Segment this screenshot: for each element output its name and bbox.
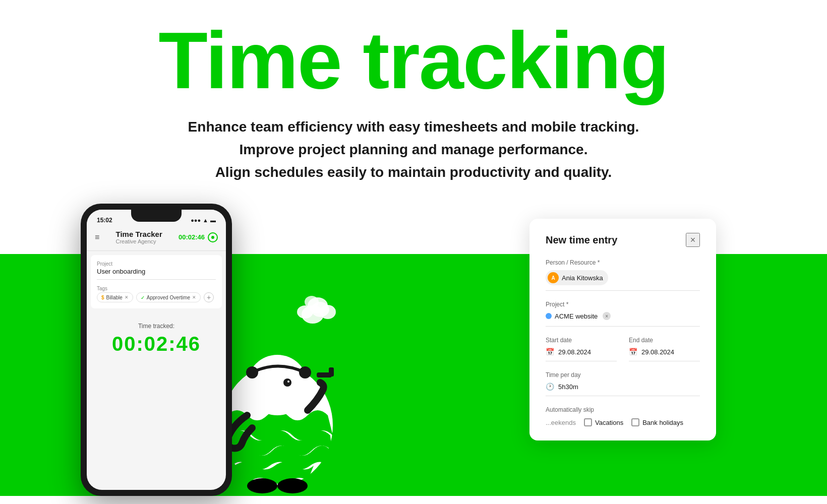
phone-time: 15:02	[97, 217, 112, 224]
hero-subtitle: Enhance team efficiency with easy timesh…	[10, 116, 817, 183]
subtitle-line-3: Align schedules easily to maintain produ…	[10, 161, 817, 184]
card-header: New time entry ×	[546, 233, 700, 247]
subtitle-line-1: Enhance team efficiency with easy timesh…	[10, 116, 817, 139]
phone-header-top: ≡ Time Tracker Creative Agency 00:02:46	[95, 230, 218, 244]
end-date-text: 29.08.2024	[641, 348, 674, 356]
end-date-field: End date 📅 29.08.2024	[629, 337, 700, 361]
svg-point-4	[320, 305, 336, 319]
project-field-value: ACME website ×	[546, 312, 700, 327]
remove-billable-icon[interactable]: ✕	[125, 295, 129, 300]
bottom-section: 15:02 ●●● ▲ ▬ ≡ Time Tracker Creative Ag…	[0, 204, 827, 496]
timer-dot	[211, 236, 214, 239]
menu-icon[interactable]: ≡	[95, 233, 99, 242]
battery-icon: ▬	[210, 217, 216, 223]
svg-point-8	[283, 379, 291, 387]
dollar-icon: $	[101, 295, 104, 300]
person-field-label: Person / Resource *	[546, 259, 700, 266]
time-tracked-label: Time tracked:	[87, 323, 226, 330]
time-per-day-field: Time per day 🕐 5h30m	[546, 371, 700, 396]
phone-frame: 15:02 ●●● ▲ ▬ ≡ Time Tracker Creative Ag…	[81, 204, 232, 496]
time-per-day-label: Time per day	[546, 371, 700, 379]
svg-rect-11	[329, 367, 334, 376]
calendar-icon-end: 📅	[629, 348, 637, 356]
start-date-value[interactable]: 📅 29.08.2024	[546, 348, 617, 361]
phone-timer-text: 00:02:46	[179, 233, 205, 241]
start-date-label: Start date	[546, 337, 617, 344]
phone-project-value: User onboarding	[97, 268, 216, 280]
signal-icon: ●●●	[191, 217, 201, 223]
card-title: New time entry	[546, 234, 617, 246]
svg-point-5	[305, 296, 319, 308]
end-date-value[interactable]: 📅 29.08.2024	[629, 348, 700, 361]
bank-holidays-option[interactable]: Bank holidays	[631, 418, 683, 426]
time-value-text: 5h30m	[558, 383, 578, 391]
svg-point-12	[247, 478, 277, 493]
bank-holidays-label: Bank holidays	[642, 419, 683, 426]
phone-tags-label: Tags	[97, 286, 216, 291]
phone-project-label: Project	[97, 261, 216, 267]
person-field: Person / Resource * A Ania Kitowska	[546, 259, 700, 291]
skip-section: Automatically skip ...eekends Vacations …	[546, 406, 700, 426]
project-color-dot	[546, 313, 552, 319]
svg-point-9	[287, 381, 289, 383]
dates-row: Start date 📅 29.08.2024 End date 📅 29.08…	[546, 337, 700, 361]
weekends-partial-text: ...eekends	[546, 419, 576, 426]
person-name: Ania Kitowska	[562, 274, 603, 282]
page-title: Time tracking	[10, 20, 817, 101]
person-avatar: A	[548, 272, 559, 283]
vacations-checkbox[interactable]	[584, 418, 592, 426]
clock-icon: 🕐	[546, 383, 554, 391]
end-date-label: End date	[629, 337, 700, 344]
phone-app-name: Time Tracker	[116, 230, 162, 238]
remove-overtime-icon[interactable]: ✕	[192, 295, 196, 300]
status-icons: ●●● ▲ ▬	[191, 217, 216, 223]
phone-mockup: 15:02 ●●● ▲ ▬ ≡ Time Tracker Creative Ag…	[81, 204, 232, 496]
project-name: ACME website	[555, 312, 598, 320]
phone-notch	[131, 210, 182, 222]
check-icon: ✓	[141, 295, 145, 300]
person-chip[interactable]: A Ania Kitowska	[546, 270, 608, 285]
billable-label: Billable	[106, 295, 123, 300]
bank-holidays-checkbox[interactable]	[631, 418, 639, 426]
wifi-icon: ▲	[203, 217, 208, 223]
svg-point-13	[277, 478, 308, 493]
overtime-tag[interactable]: ✓ Approved Overtime ✕	[136, 292, 201, 302]
phone-app-info: Time Tracker Creative Agency	[116, 230, 162, 244]
time-per-day-value[interactable]: 🕐 5h30m	[546, 383, 700, 396]
project-field-label: Project *	[546, 301, 700, 308]
billable-tag[interactable]: $ Billable ✕	[97, 292, 133, 302]
start-date-text: 29.08.2024	[558, 348, 591, 356]
remove-project-button[interactable]: ×	[603, 312, 611, 320]
timer-circle[interactable]	[208, 232, 218, 242]
hero-section: Time tracking Enhance team efficiency wi…	[0, 0, 827, 194]
phone-screen: 15:02 ●●● ▲ ▬ ≡ Time Tracker Creative Ag…	[87, 210, 226, 490]
subtitle-line-2: Improve project planning and manage perf…	[10, 139, 817, 161]
time-entry-card: New time entry × Person / Resource * A A…	[529, 219, 716, 440]
project-field: Project * ACME website ×	[546, 301, 700, 327]
calendar-icon-start: 📅	[546, 348, 554, 356]
phone-timer-display: 00:02:46	[179, 232, 218, 242]
vacations-option[interactable]: Vacations	[584, 418, 623, 426]
person-field-value: A Ania Kitowska	[546, 270, 700, 291]
phone-tags-field: Tags $ Billable ✕ ✓ Approved Overtime ✕	[97, 286, 216, 302]
phone-app-subtitle: Creative Agency	[116, 238, 162, 244]
vacations-label: Vacations	[595, 419, 623, 426]
project-chip[interactable]: ACME website ×	[546, 312, 611, 320]
phone-time-tracked-section: Time tracked: 00:02:46	[87, 312, 226, 360]
overtime-label: Approved Overtime	[147, 295, 190, 300]
close-button[interactable]: ×	[686, 233, 700, 247]
skip-options: ...eekends Vacations Bank holidays	[546, 418, 700, 426]
svg-point-7	[247, 355, 308, 415]
add-tag-button[interactable]: +	[204, 292, 214, 302]
phone-tags-list: $ Billable ✕ ✓ Approved Overtime ✕ +	[97, 292, 216, 302]
phone-big-timer: 00:02:46	[87, 333, 226, 355]
start-date-field: Start date 📅 29.08.2024	[546, 337, 617, 361]
phone-project-field: Project User onboarding	[97, 261, 216, 280]
phone-app-header: ≡ Time Tracker Creative Agency 00:02:46	[87, 226, 226, 251]
skip-label: Automatically skip	[546, 406, 700, 413]
